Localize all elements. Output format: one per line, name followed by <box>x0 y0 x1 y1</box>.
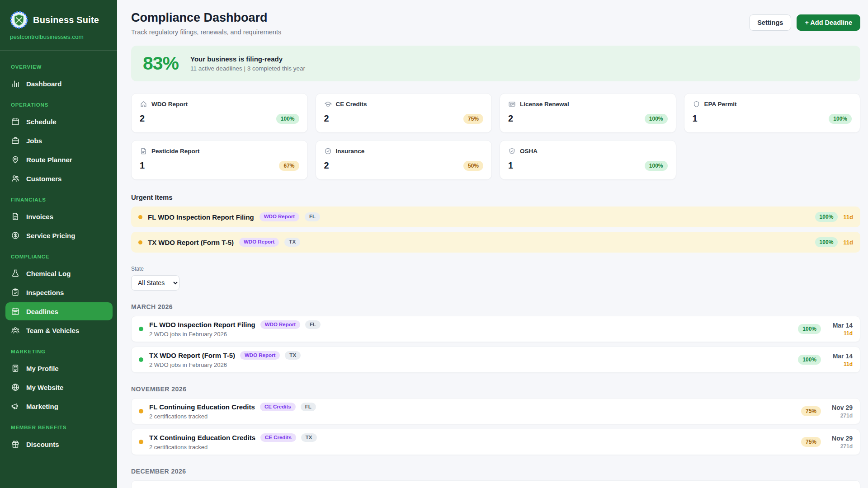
sidebar-item-label: Dashboard <box>26 80 61 88</box>
sidebar-item-jobs[interactable]: Jobs <box>5 131 113 150</box>
brand-domain-link[interactable]: pestcontrolbusinesses.com <box>10 33 107 40</box>
deadline-title: TX Continuing Education Credits <box>149 434 255 441</box>
stat-card-label: WDO Report <box>151 101 188 108</box>
sidebar-section: MARKETING My Profile My Website Marketin… <box>0 349 117 416</box>
readiness-percent: 83% <box>143 53 179 74</box>
sidebar-divider <box>0 50 117 51</box>
stat-card-count: 2 <box>508 113 513 124</box>
sidebar-item-schedule[interactable]: Schedule <box>5 113 113 131</box>
sidebar-item-customers[interactable]: Customers <box>5 169 113 188</box>
users-icon <box>11 174 20 183</box>
sidebar-item-deadlines[interactable]: Deadlines <box>5 302 113 320</box>
status-dot <box>139 327 143 331</box>
sidebar-item-marketing[interactable]: Marketing <box>5 397 113 415</box>
urgent-item-row[interactable]: TX WDO Report (Form T-5) WDO Report TX 1… <box>131 232 860 253</box>
stat-card-insurance[interactable]: Insurance 2 50% <box>316 140 492 180</box>
bar-chart-icon <box>11 79 20 88</box>
status-dot <box>139 357 143 362</box>
settings-button[interactable]: Settings <box>749 14 791 31</box>
stat-card-count: 2 <box>140 113 145 124</box>
deadline-row[interactable]: FL WDO Inspection Report Filing WDO Repo… <box>131 316 860 342</box>
stat-card-epa-permit[interactable]: EPA Permit 1 100% <box>684 93 861 133</box>
sidebar-item-label: Chemical Log <box>26 270 71 277</box>
page-title: Compliance Dashboard <box>131 11 281 25</box>
megaphone-icon <box>11 402 20 411</box>
sidebar-section: COMPLIANCE Chemical Log Inspections Dead… <box>0 254 117 340</box>
stat-card-osha[interactable]: OSHA 1 100% <box>500 140 676 180</box>
pest-shield-logo-icon <box>10 11 28 29</box>
sidebar-section: MEMBER BENEFITS Discounts <box>0 425 117 454</box>
urgent-items-list: FL WDO Inspection Report Filing WDO Repo… <box>131 206 860 253</box>
sidebar-item-service-pricing[interactable]: Service Pricing <box>5 226 113 244</box>
sidebar-item-label: My Website <box>26 384 63 391</box>
sidebar-item-label: My Profile <box>26 365 59 372</box>
sidebar-item-my-website[interactable]: My Website <box>5 378 113 396</box>
sidebar-section: FINANCIALS Invoices Service Pricing <box>0 197 117 245</box>
stat-card-wdo-report[interactable]: WDO Report 2 100% <box>131 93 308 133</box>
sidebar-item-route-planner[interactable]: Route Planner <box>5 150 113 169</box>
days-remaining: 271d <box>829 443 853 450</box>
deadline-row[interactable]: TX Continuing Education Credits CE Credi… <box>131 429 860 455</box>
stat-card-percent-badge: 100% <box>645 114 668 124</box>
stat-card-pesticide-report[interactable]: Pesticide Report 1 67% <box>131 140 308 180</box>
page-header: Compliance Dashboard Track regulatory fi… <box>131 11 860 36</box>
days-remaining: 11d <box>843 239 853 246</box>
sidebar-section-label: FINANCIALS <box>11 197 106 202</box>
sidebar-item-discounts[interactable]: Discounts <box>5 435 113 453</box>
deadline-row[interactable] <box>131 480 860 488</box>
state-filter: State All States <box>131 264 860 291</box>
brand: Business Suite pestcontrolbusinesses.com <box>0 0 117 48</box>
state-badge: FL <box>305 212 320 221</box>
calendar-icon <box>11 117 20 126</box>
stat-card-percent-badge: 50% <box>463 161 483 171</box>
deadline-type-badge: WDO Report <box>239 238 279 247</box>
readiness-headline: Your business is filing-ready <box>190 55 305 63</box>
deadline-row[interactable]: TX WDO Report (Form T-5) WDO Report TX 2… <box>131 347 860 373</box>
clock-check-icon <box>324 147 332 155</box>
sidebar-item-invoices[interactable]: Invoices <box>5 207 113 225</box>
sidebar-item-label: Invoices <box>26 213 53 221</box>
sidebar-item-inspections[interactable]: Inspections <box>5 283 113 301</box>
calendar-lines-icon <box>11 307 20 316</box>
stat-card-label: License Renewal <box>520 101 569 108</box>
sidebar: Business Suite pestcontrolbusinesses.com… <box>0 0 117 488</box>
stat-card-count: 2 <box>324 160 329 171</box>
sidebar-item-label: Inspections <box>26 289 64 296</box>
month-heading: DECEMBER 2026 <box>131 468 860 475</box>
sidebar-item-dashboard[interactable]: Dashboard <box>5 75 113 93</box>
days-remaining: 11d <box>829 361 853 367</box>
percent-badge: 100% <box>798 355 821 365</box>
sidebar-item-my-profile[interactable]: My Profile <box>5 359 113 377</box>
stat-card-label: EPA Permit <box>704 101 737 108</box>
deadline-type-badge: CE Credits <box>260 403 296 412</box>
month-section: DECEMBER 2026 <box>131 468 860 488</box>
stat-card-percent-badge: 100% <box>276 114 299 124</box>
sidebar-nav: OVERVIEW Dashboard OPERATIONS Schedule J… <box>0 52 117 463</box>
stat-card-license-renewal[interactable]: License Renewal 2 100% <box>500 93 676 133</box>
state-badge: FL <box>305 320 321 329</box>
sidebar-item-label: Route Planner <box>26 156 72 164</box>
deadline-type-badge: WDO Report <box>259 212 299 221</box>
sidebar-item-label: Deadlines <box>26 308 58 315</box>
brand-name: Business Suite <box>33 15 99 25</box>
state-badge: FL <box>301 403 316 412</box>
file-icon <box>11 212 20 221</box>
sidebar-item-chemical-log[interactable]: Chemical Log <box>5 264 113 282</box>
dollar-circle-icon <box>11 231 20 240</box>
percent-badge: 75% <box>801 437 821 447</box>
graduation-cap-icon <box>324 100 332 108</box>
add-deadline-button[interactable]: + Add Deadline <box>797 14 860 31</box>
deadline-months: MARCH 2026 FL WDO Inspection Report Fili… <box>131 303 860 488</box>
globe-icon <box>11 383 20 392</box>
home-icon <box>140 100 147 108</box>
sidebar-item-team-vehicles[interactable]: Team & Vehicles <box>5 321 113 339</box>
state-filter-select[interactable]: All States <box>131 275 179 291</box>
deadline-row[interactable]: FL Continuing Education Credits CE Credi… <box>131 398 860 424</box>
due-date: Mar 14 <box>829 322 853 329</box>
map-pin-icon <box>11 155 20 164</box>
urgent-item-row[interactable]: FL WDO Inspection Report Filing WDO Repo… <box>131 206 860 227</box>
stat-card-ce-credits[interactable]: CE Credits 2 75% <box>316 93 492 133</box>
days-remaining: 11d <box>843 214 853 221</box>
page-subtitle: Track regulatory filings, renewals, and … <box>131 28 281 36</box>
readiness-detail: 11 active deadlines | 3 completed this y… <box>190 65 305 72</box>
